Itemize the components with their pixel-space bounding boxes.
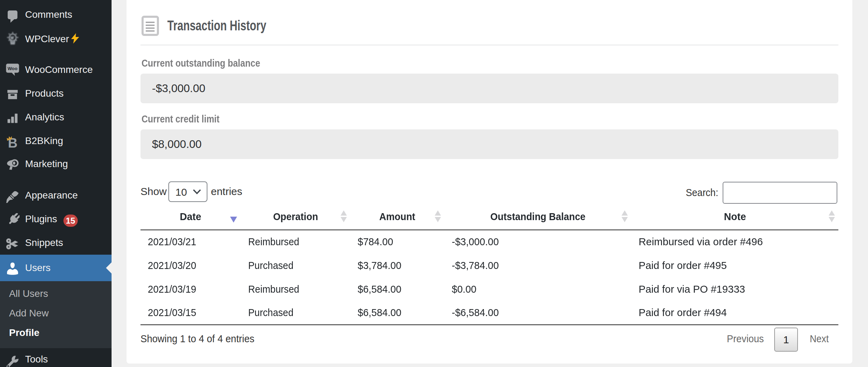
svg-text:Woo: Woo: [8, 66, 17, 71]
